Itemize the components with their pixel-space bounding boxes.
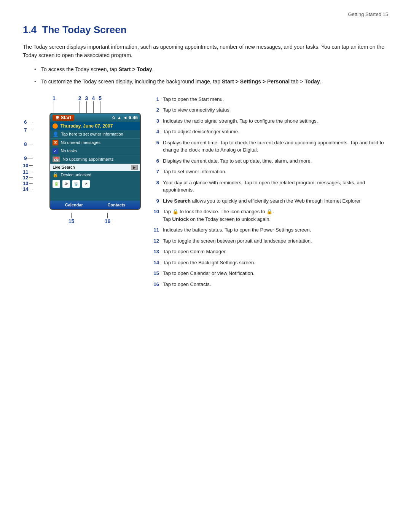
desc-item-12: 12 Tap to toggle the screen between port… [152, 237, 388, 245]
desc-item-8: 8 Your day at a glance with reminders. T… [152, 179, 388, 194]
intro-paragraph: The Today screen displays important info… [23, 43, 388, 60]
top-callout-1: 1 [53, 95, 56, 101]
phone-icon-backlight: ☀ [82, 180, 90, 188]
phone-date-row: Thursday, June 07, 2007 [50, 122, 140, 130]
desc-item-16: 16 Tap to open Contacts. [152, 281, 388, 288]
left-callout-8: 8 [23, 134, 33, 155]
phone-titlebar: ⊞ Start ☆ ▲ ◄ 6:46 [50, 113, 140, 122]
phone-calendar-btn: Calendar [65, 203, 83, 207]
desc-item-6: 6 Displays the current date. Tap to set … [152, 157, 388, 165]
desc-item-5: 5 Displays the current time. Tap to chec… [152, 139, 388, 154]
phone-contacts-btn: Contacts [108, 203, 126, 207]
descriptions-list: 1 Tap to open the Start menu. 2 Tap to v… [152, 96, 388, 288]
desc-item-4: 4 Tap to adjust device/ringer volume. [152, 128, 388, 136]
phone-spacer [50, 189, 140, 201]
unlock-bold: Unlock [172, 216, 189, 222]
top-callout-5: 5 [99, 95, 102, 101]
phone-icon-battery: 🔋 [53, 180, 60, 188]
phone-search-row: Live Search ▶ [50, 164, 140, 171]
phone-tasks-row: ✓ No tasks [50, 147, 140, 155]
phone-appointments-row: 📅 No upcoming appointments [50, 155, 140, 164]
top-callout-3: 3 [85, 95, 88, 101]
intro-bullets: To access the Today screen, tap Start > … [34, 65, 388, 86]
bottom-callout-numbers-row: 15 16 [38, 210, 141, 224]
top-callout-numbers-row: 1 2 3 4 5 [23, 94, 141, 113]
phone-icon-orient: ⟳ [62, 180, 70, 188]
desc-item-1: 1 Tap to open the Start menu. [152, 96, 388, 103]
phone-mockup: ⊞ Start ☆ ▲ ◄ 6:46 Thursday, June 07, 20… [49, 113, 141, 210]
left-callout-9: 9 [23, 155, 33, 162]
phone-icon-comm: 📡 [72, 180, 80, 188]
phone-messages-row: ✉ No unread messages [50, 139, 140, 147]
left-callouts-11-14: 11 12 13 14 [23, 169, 33, 192]
bold-start-settings: Start > Settings > Personal [222, 78, 290, 85]
bullet-1: To access the Today screen, tap Start > … [34, 65, 388, 73]
left-callout-6: 6 [23, 118, 33, 126]
bold-today: Today [304, 78, 320, 85]
top-callout-4: 4 [92, 95, 95, 101]
bottom-callout-15: 15 [68, 218, 75, 224]
phone-start-button: ⊞ Start [53, 115, 74, 121]
desc-item-15: 15 Tap to open Calendar or view Notifica… [152, 270, 388, 277]
live-search-bold: Live Search [163, 198, 191, 204]
section-number: 1.4 [23, 24, 42, 35]
desc-item-10: 10 Tap 🔒 to lock the device. The icon ch… [152, 208, 388, 223]
phone-with-callouts: 6 7 8 9 [23, 113, 141, 210]
desc-item-13: 13 Tap to open Comm Manager. [152, 248, 388, 256]
bold-start-today: Start > Today [119, 66, 152, 72]
page-header: Getting Started 15 [23, 11, 388, 17]
section-title: 1.4 The Today Screen [23, 24, 388, 36]
desc-item-11: 11 Indicates the battery status. Tap to … [152, 226, 388, 234]
page-info-text: Getting Started 15 [348, 11, 388, 17]
phone-date-text: Thursday, June 07, 2007 [60, 123, 113, 129]
desc-item-2: 2 Tap to view connectivity status. [152, 106, 388, 114]
phone-owner-row: 👤 Tap here to set owner information [50, 130, 140, 139]
left-callout-7: 7 [23, 126, 33, 134]
desc-item-3: 3 Indicates the radio signal strength. T… [152, 117, 388, 125]
left-callouts-column: 6 7 8 9 [23, 113, 33, 192]
phone-bottom-bar: Calendar Contacts [50, 201, 140, 209]
desc-item-9: 9 Live Search allows you to quickly and … [152, 197, 388, 205]
device-area: 1 2 3 4 5 [23, 94, 141, 292]
desc-item-7: 7 Tap to set owner information. [152, 168, 388, 176]
phone-status-icons: ☆ ▲ ◄ 6:46 [112, 115, 138, 120]
phone-icons-row: 🔋 ⟳ 📡 ☀ [50, 179, 140, 189]
section-name: The Today Screen [42, 24, 127, 35]
phone-unlock-row: 🔓 Device unlocked [50, 171, 140, 179]
bottom-callout-16: 16 [105, 218, 111, 224]
desc-item-14: 14 Tap to open the Backlight Settings sc… [152, 259, 388, 267]
left-callout-10: 10 [23, 162, 33, 169]
right-descriptions: 1 Tap to open the Start menu. 2 Tap to v… [152, 94, 388, 292]
bullet-2: To customize the Today screen display, i… [34, 77, 388, 86]
top-callout-2: 2 [78, 95, 81, 101]
main-content: 1 2 3 4 5 [23, 94, 388, 292]
